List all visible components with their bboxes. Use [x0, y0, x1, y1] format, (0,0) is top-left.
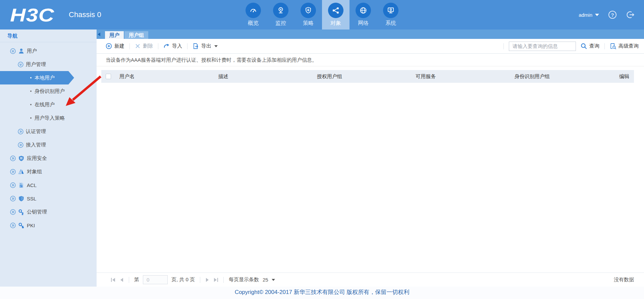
sidebar-item-label: ACL — [27, 182, 37, 188]
sidebar-item-label: SSL — [27, 196, 36, 201]
bullet-icon — [30, 77, 32, 78]
chevron-circle-down-icon — [18, 62, 23, 67]
chevron-down-icon — [214, 45, 218, 47]
device-name: Chassis 0 — [69, 10, 101, 19]
search-button[interactable]: 查询 — [581, 43, 599, 49]
nav-item-network[interactable]: 网络 — [350, 0, 377, 29]
table-header-row: 用户名 描述 授权用户组 可用服务 身份识别用户组 编辑 — [101, 70, 634, 83]
export-document-icon — [193, 43, 199, 49]
acl-document-icon: ACL — [18, 182, 24, 188]
sidebar-item-ssl[interactable]: SSL — [0, 192, 97, 205]
bullet-icon — [30, 91, 32, 92]
sidebar-collapse-handle[interactable] — [97, 29, 101, 39]
nav-item-policy[interactable]: 策略 — [294, 0, 322, 29]
page-label: 第 — [134, 277, 139, 283]
last-page-button[interactable] — [213, 278, 218, 282]
no-data-text: 没有数据 — [614, 277, 634, 283]
delete-button[interactable]: 删除 — [135, 43, 153, 49]
shield-plus-icon — [301, 3, 316, 18]
sidebar-item-label: 本地用户 — [35, 75, 55, 81]
export-button[interactable]: 导出 — [193, 43, 218, 49]
sidebar-item-local-users[interactable]: 本地用户 — [0, 71, 68, 84]
sidebar-item-public-key[interactable]: 公钥管理 — [0, 205, 97, 219]
sidebar-item-label: 在线用户 — [35, 102, 55, 108]
page-number-input[interactable] — [143, 275, 168, 284]
toolbar: 新建 删除 导入 导出 — [97, 39, 644, 54]
sidebar-item-label: 用户 — [27, 48, 37, 54]
search-area: 查询 高级查询 — [498, 42, 639, 51]
logout-icon[interactable] — [626, 10, 635, 19]
chevron-circle-right-icon — [10, 223, 16, 228]
sidebar-item-user[interactable]: 用户 — [0, 44, 97, 58]
nav-item-objects[interactable]: 对象 — [322, 0, 350, 29]
search-input[interactable] — [509, 42, 576, 51]
nav-item-monitor[interactable]: 监控 — [267, 0, 294, 29]
help-icon[interactable]: ? — [608, 11, 616, 19]
tab-users[interactable]: 用户 — [105, 31, 124, 39]
user-menu[interactable]: admin — [579, 12, 599, 18]
copyright-footer: Copyright© 2004-2017 新华三技术有限公司 版权所有，保留一切… — [0, 287, 644, 299]
sidebar-item-identity-users[interactable]: 身份识别用户 — [0, 84, 97, 98]
sidebar-item-auth-management[interactable]: 认证管理 — [0, 125, 97, 138]
bullet-icon — [30, 117, 32, 119]
divider — [129, 43, 130, 49]
next-page-button[interactable] — [205, 278, 210, 282]
public-key-icon — [18, 209, 24, 215]
chevron-circle-right-icon — [10, 156, 16, 161]
header-actions: admin ? — [579, 0, 635, 29]
sidebar-item-label: 应用安全 — [27, 155, 47, 162]
previous-page-button[interactable] — [119, 278, 124, 282]
sidebar-item-app-security[interactable]: 应用安全 — [0, 152, 97, 165]
nav-label: 对象 — [330, 20, 341, 27]
sidebar-item-acl[interactable]: ACL ACL — [0, 178, 97, 192]
nav-item-overview[interactable]: 概览 — [239, 0, 267, 29]
info-bar: 当设备作为AAA服务器端对用户进行认证、授权和计费时，需要在设备上添加相应的用户… — [97, 54, 644, 66]
globe-icon — [356, 3, 371, 18]
sidebar-item-user-management[interactable]: 用户管理 — [0, 58, 97, 71]
per-page-select[interactable]: 25 — [263, 277, 275, 283]
sidebar-item-access-management[interactable]: 接入管理 — [0, 138, 97, 152]
import-button[interactable]: 导入 — [163, 43, 182, 49]
delete-button-label: 删除 — [143, 43, 153, 49]
divider — [223, 277, 224, 283]
sidebar-item-label: 用户管理 — [26, 61, 46, 68]
ssl-shield-icon — [18, 195, 24, 202]
new-button[interactable]: 新建 — [106, 43, 124, 49]
divider — [503, 43, 504, 49]
collapse-left-icon — [98, 33, 100, 36]
column-header-available-services: 可用服务 — [416, 73, 514, 80]
svg-text:ACL: ACL — [20, 185, 23, 187]
import-button-label: 导入 — [172, 43, 182, 49]
chevron-circle-right-icon — [10, 169, 16, 175]
per-page-label: 每页显示条数 — [229, 277, 259, 283]
sidebar-item-pki[interactable]: PKI — [0, 219, 97, 232]
users-table: 用户名 描述 授权用户组 可用服务 身份识别用户组 编辑 — [101, 70, 634, 273]
sidebar-item-label: PKI — [27, 223, 35, 228]
plus-circle-icon — [106, 43, 112, 49]
sidebar-item-user-import-policy[interactable]: 用户导入策略 — [0, 111, 97, 125]
nav-label: 系统 — [385, 20, 396, 27]
advanced-search-icon — [610, 43, 616, 49]
divider — [187, 43, 187, 49]
sidebar-item-label: 用户导入策略 — [35, 115, 65, 121]
gauge-icon — [246, 3, 261, 18]
search-button-label: 查询 — [589, 43, 599, 49]
app-security-shield-icon — [18, 155, 24, 162]
monitor-icon — [383, 3, 398, 18]
sidebar-item-label: 认证管理 — [26, 128, 46, 135]
advanced-search-button[interactable]: 高级查询 — [610, 43, 639, 49]
nav-item-system[interactable]: 系统 — [377, 0, 405, 29]
new-button-label: 新建 — [114, 43, 124, 49]
select-all-checkbox[interactable] — [106, 74, 111, 79]
app-header: H3C Chassis 0 概览 监控 策略 对象 — [0, 0, 644, 29]
sidebar: 导航 用户 用户管理 本地用户 — [0, 29, 97, 287]
main-nav: 概览 监控 策略 对象 网络 — [239, 0, 405, 29]
first-page-button[interactable] — [111, 278, 116, 282]
column-header-edit: 编辑 — [613, 73, 634, 80]
sidebar-item-label: 对象组 — [27, 169, 42, 175]
import-arrow-icon — [163, 43, 170, 49]
sidebar-item-online-users[interactable]: 在线用户 — [0, 98, 97, 111]
tab-user-groups[interactable]: 用户组 — [124, 31, 148, 39]
sidebar-item-object-group[interactable]: 对象组 — [0, 165, 97, 178]
nav-label: 网络 — [358, 20, 369, 27]
